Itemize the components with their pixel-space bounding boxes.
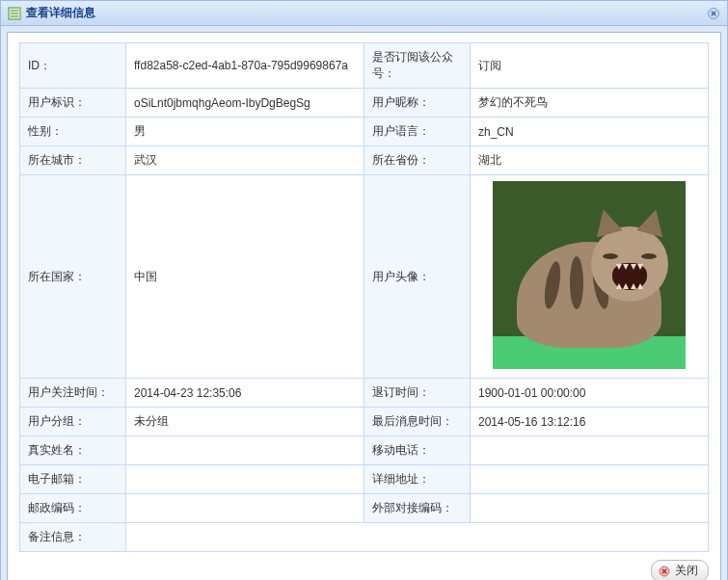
- value-user-identity: oSiLnt0jbmqhgAeom-IbyDgBegSg: [126, 89, 364, 118]
- value-country: 中国: [126, 175, 364, 379]
- dialog-header[interactable]: 查看详细信息: [1, 1, 727, 26]
- label-subscribed: 是否订阅该公众号：: [364, 43, 471, 89]
- value-follow-time: 2014-04-23 12:35:06: [126, 379, 364, 408]
- value-gender: 男: [126, 118, 364, 146]
- value-city: 武汉: [126, 146, 364, 175]
- dialog-footer: 关闭: [19, 560, 709, 580]
- value-language: zh_CN: [471, 118, 709, 146]
- label-gender: 性别：: [20, 118, 126, 146]
- table-row: 用户分组： 未分组 最后消息时间： 2014-05-16 13:12:16: [20, 408, 709, 436]
- form-icon: [7, 6, 22, 21]
- table-row: 用户关注时间： 2014-04-23 12:35:06 退订时间： 1900-0…: [20, 379, 709, 408]
- close-icon: [658, 565, 671, 578]
- value-external-id: [471, 494, 709, 523]
- value-group: 未分组: [126, 408, 364, 436]
- table-row: 电子邮箱： 详细地址：: [20, 465, 709, 494]
- table-row: 所在国家： 中国 用户头像：: [20, 175, 709, 379]
- label-country: 所在国家：: [20, 175, 126, 379]
- label-follow-time: 用户关注时间：: [20, 379, 126, 408]
- close-button[interactable]: 关闭: [651, 560, 709, 580]
- label-last-message-time: 最后消息时间：: [364, 408, 471, 436]
- table-row: 邮政编码： 外部对接编码：: [20, 494, 709, 523]
- value-remarks: [126, 523, 709, 552]
- close-icon: [708, 8, 719, 19]
- value-address: [471, 465, 709, 494]
- table-row: 性别： 男 用户语言： zh_CN: [20, 118, 709, 146]
- label-remarks: 备注信息：: [20, 523, 126, 552]
- label-postal-code: 邮政编码：: [20, 494, 126, 523]
- value-postal-code: [126, 494, 364, 523]
- label-email: 电子邮箱：: [20, 465, 126, 494]
- label-group: 用户分组：: [20, 408, 126, 436]
- label-language: 用户语言：: [364, 118, 471, 146]
- detail-dialog: 查看详细信息 ID： ffd82a58-c2ed-4ab1-870a-795d9…: [0, 0, 728, 580]
- value-id: ffd82a58-c2ed-4ab1-870a-795d9969867a: [126, 43, 364, 89]
- label-external-id: 外部对接编码：: [364, 494, 471, 523]
- value-nickname: 梦幻的不死鸟: [471, 89, 709, 118]
- label-user-identity: 用户标识：: [20, 89, 126, 118]
- label-id: ID：: [20, 43, 126, 89]
- table-row: 备注信息：: [20, 523, 709, 552]
- table-row: 所在城市： 武汉 所在省份： 湖北: [20, 146, 709, 175]
- label-unsubscribe-time: 退订时间：: [364, 379, 471, 408]
- dialog-close-button[interactable]: [706, 6, 721, 21]
- value-email: [126, 465, 364, 494]
- value-avatar: [471, 175, 709, 379]
- avatar-image: [493, 181, 686, 369]
- table-row: 真实姓名： 移动电话：: [20, 436, 709, 465]
- value-unsubscribe-time: 1900-01-01 00:00:00: [471, 379, 709, 408]
- table-row: ID： ffd82a58-c2ed-4ab1-870a-795d9969867a…: [20, 43, 709, 89]
- label-avatar: 用户头像：: [364, 175, 471, 379]
- value-last-message-time: 2014-05-16 13:12:16: [471, 408, 709, 436]
- table-row: 用户标识： oSiLnt0jbmqhgAeom-IbyDgBegSg 用户昵称：…: [20, 89, 709, 118]
- close-button-label: 关闭: [675, 563, 698, 579]
- label-address: 详细地址：: [364, 465, 471, 494]
- detail-table: ID： ffd82a58-c2ed-4ab1-870a-795d9969867a…: [19, 42, 709, 552]
- value-province: 湖北: [471, 146, 709, 175]
- label-real-name: 真实姓名：: [20, 436, 126, 465]
- value-mobile: [471, 436, 709, 465]
- label-mobile: 移动电话：: [364, 436, 471, 465]
- dialog-body: ID： ffd82a58-c2ed-4ab1-870a-795d9969867a…: [7, 32, 721, 580]
- label-province: 所在省份：: [364, 146, 471, 175]
- label-city: 所在城市：: [20, 146, 126, 175]
- value-subscribed: 订阅: [471, 43, 709, 89]
- dialog-title: 查看详细信息: [26, 5, 706, 21]
- value-real-name: [126, 436, 364, 465]
- label-nickname: 用户昵称：: [364, 89, 471, 118]
